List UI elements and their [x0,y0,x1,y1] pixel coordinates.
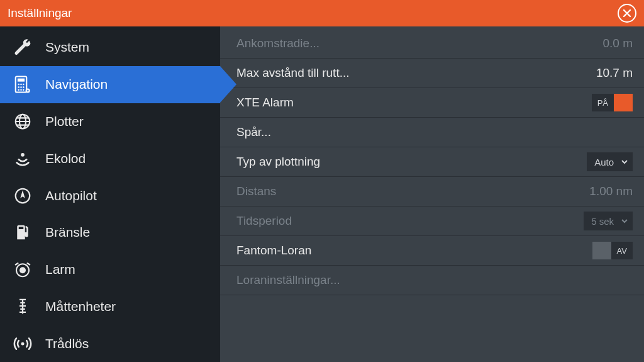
sidebar-item-units[interactable]: Måttenheter [0,288,220,325]
svg-point-5 [18,86,20,88]
dropdown-value: Auto [594,157,614,167]
sidebar-item-label: Navigation [45,77,108,92]
chevron-down-icon [620,217,629,225]
sidebar-item-label: Måttenheter [45,299,116,314]
row-fantom-loran: Fantom-Loran AV [220,236,644,266]
row-loran-settings: Loraninställningar... [220,266,644,295]
sidebar-item-system[interactable]: System [0,29,220,66]
toggle-xte-alarm[interactable]: PÅ [592,94,633,111]
sidebar-item-label: Autopilot [45,188,97,203]
row-label: Fantom-Loran [236,244,592,257]
row-label: Distans [236,184,589,198]
wrench-icon [11,36,34,59]
row-track[interactable]: Spår... [220,118,644,147]
sidebar-item-label: System [45,40,89,55]
alarm-icon [11,258,34,281]
dropdown-time-period: 5 sek [584,212,633,230]
page-title: Inställningar [8,6,618,20]
row-label: Loraninställningar... [236,273,633,287]
row-plot-type: Typ av plottning Auto [220,147,644,177]
svg-rect-1 [18,79,25,82]
sidebar-item-fuel[interactable]: Bränsle [0,214,220,251]
toggle-state-label: PÅ [592,94,614,111]
sonar-icon [11,147,34,170]
sidebar-item-label: Trådlös [45,336,89,351]
svg-point-4 [23,84,25,86]
row-label: Typ av plottning [236,155,587,169]
close-button[interactable] [618,4,636,23]
svg-point-18 [21,342,25,345]
row-label: Max avstånd till rutt... [236,66,596,80]
row-value: 0.0 m [602,37,633,50]
row-label: XTE Alarm [236,96,592,110]
svg-point-9 [20,89,22,91]
globe-icon [11,110,34,133]
svg-point-6 [20,86,22,88]
dropdown-value: 5 sek [591,216,614,227]
calculator-icon [11,73,34,96]
chevron-down-icon [620,157,629,166]
compass-icon [11,184,34,207]
row-arrival-radius[interactable]: Ankomstradie... 0.0 m [220,29,644,59]
svg-point-14 [21,153,25,157]
sidebar-item-plotter[interactable]: Plotter [0,103,220,140]
sidebar-item-label: Plotter [45,114,84,129]
toggle-handle [592,242,611,259]
row-max-distance[interactable]: Max avstånd till rutt... 10.7 m [220,59,644,88]
toggle-fantom-loran[interactable]: AV [592,242,633,259]
close-icon [623,9,631,18]
row-label: Ankomstradie... [236,37,602,50]
svg-point-11 [26,89,30,93]
toggle-handle [614,94,633,111]
sidebar-item-autopilot[interactable]: Autopilot [0,177,220,214]
content-panel: Ankomstradie... 0.0 m Max avstånd till r… [220,26,644,362]
row-value: 10.7 m [596,66,633,80]
ruler-icon [11,295,34,318]
titlebar: Inställningar [0,0,644,26]
row-label: Spår... [236,125,633,139]
sidebar-item-label: Ekolod [45,151,86,166]
sidebar: System Navigation [0,26,220,362]
fuel-icon [11,221,34,244]
dropdown-plot-type[interactable]: Auto [587,152,633,171]
svg-point-3 [20,84,22,86]
toggle-state-label: AV [611,242,633,259]
svg-point-17 [19,267,26,273]
sidebar-item-alarm[interactable]: Larm [0,251,220,288]
wireless-icon [11,332,34,355]
svg-point-10 [23,89,25,91]
svg-point-7 [23,86,25,88]
sidebar-item-sonar[interactable]: Ekolod [0,140,220,177]
row-xte-alarm: XTE Alarm PÅ [220,88,644,118]
row-value: 1.00 nm [589,184,633,198]
sidebar-item-label: Bränsle [45,225,90,240]
sidebar-item-label: Larm [45,262,75,277]
svg-point-8 [18,89,20,91]
svg-point-2 [18,84,20,86]
sidebar-item-wireless[interactable]: Trådlös [0,325,220,362]
row-label: Tidsperiod [236,214,584,228]
row-distance: Distans 1.00 nm [220,177,644,206]
row-time-period: Tidsperiod 5 sek [220,206,644,236]
body: System Navigation [0,26,644,362]
sidebar-item-navigation[interactable]: Navigation [0,66,220,103]
